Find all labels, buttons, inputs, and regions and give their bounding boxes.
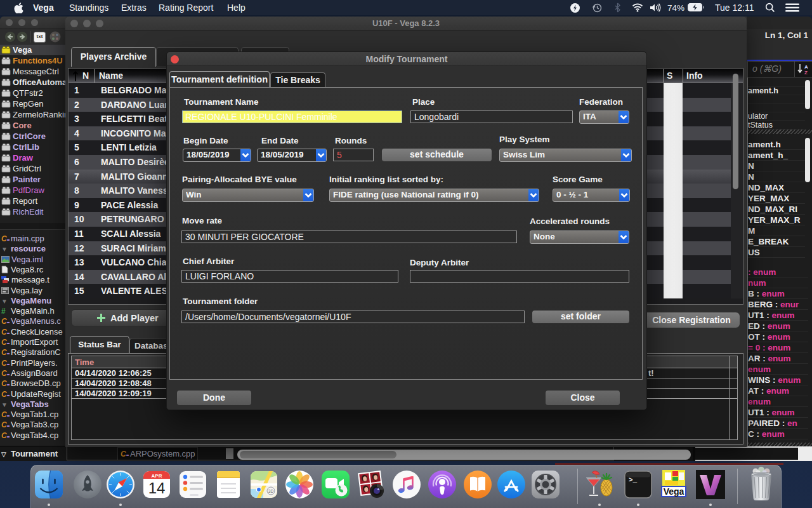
svg-text:Vega: Vega xyxy=(664,486,684,497)
svg-text:APR: APR xyxy=(152,473,162,479)
svg-text:>_: >_ xyxy=(629,476,638,484)
svg-text:3D: 3D xyxy=(268,489,274,493)
svg-text:Z: Z xyxy=(804,70,808,75)
svg-text:A: A xyxy=(804,64,808,70)
svg-text:14: 14 xyxy=(148,479,166,497)
